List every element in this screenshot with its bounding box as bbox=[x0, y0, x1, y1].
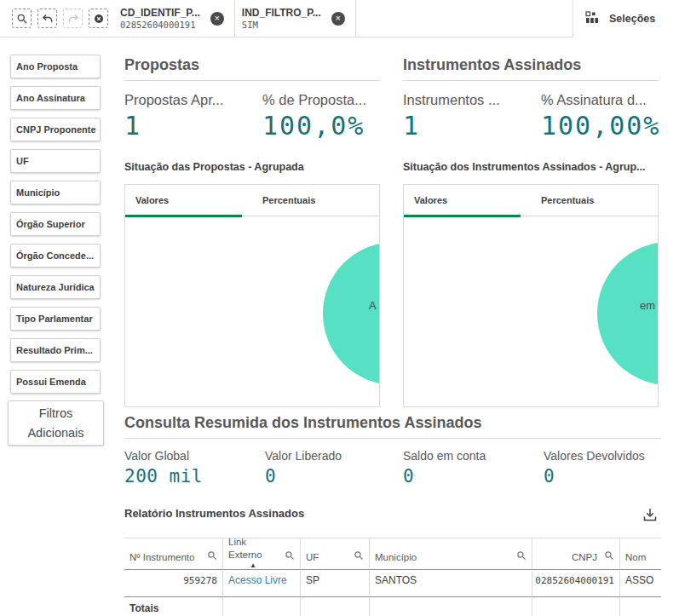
instrumentos-kpis: Instrumentos ... 1 % Assinatura d... 100… bbox=[403, 92, 659, 141]
cell-nome[interactable]: ASSO bbox=[620, 570, 661, 597]
propostas-chart-tabs: Valores Percentuais bbox=[125, 185, 379, 216]
column-header-cnpj[interactable]: CNPJ bbox=[532, 538, 620, 570]
filter-natureza-juridica[interactable]: Natureza Jurídica bbox=[10, 275, 101, 299]
kpi-value: 1 bbox=[403, 111, 541, 141]
filtros-adicionais-button[interactable]: Filtros Adicionais bbox=[8, 400, 104, 446]
kpi-pct-propostas: % de Proposta... 100,0% bbox=[262, 92, 380, 141]
tab-valores[interactable]: Valores bbox=[125, 185, 252, 216]
kpi-value: 100,0% bbox=[262, 111, 380, 141]
consulta-kpis: Valor Global 200 mil Valor Liberado 0 Sa… bbox=[124, 449, 661, 486]
column-header-nome[interactable]: Nom bbox=[620, 538, 661, 570]
search-icon[interactable] bbox=[604, 550, 614, 562]
selections-bar: CD_IDENTIF_P... 02852604000191 × IND_FIL… bbox=[0, 0, 573, 37]
column-header-municipio[interactable]: Município bbox=[370, 538, 532, 570]
propostas-pie-area: A bbox=[125, 217, 379, 406]
relatorio-header: Relatório Instrumentos Assinados bbox=[124, 507, 661, 525]
instrumentos-chart: Valores Percentuais em bbox=[403, 184, 659, 407]
cell-n-instrumento[interactable]: 959278 bbox=[124, 570, 223, 597]
chip-field-value: 02852604000191 bbox=[120, 20, 200, 30]
kpi-label: Instrumentos ... bbox=[403, 92, 541, 108]
filter-orgao-concedente[interactable]: Órgão Concede... bbox=[10, 244, 101, 268]
relatorio-section: Relatório Instrumentos Assinados Nº Inst… bbox=[124, 507, 661, 616]
filter-orgao-superior[interactable]: Órgão Superior bbox=[10, 212, 101, 236]
propostas-chart: Valores Percentuais A bbox=[124, 184, 380, 407]
kpi-label: Saldo em conta bbox=[403, 449, 544, 463]
propostas-kpis: Propostas Apr... 1 % de Proposta... 100,… bbox=[124, 92, 380, 141]
chip-field-name: CD_IDENTIF_P... bbox=[120, 7, 200, 19]
filter-resultado-primario[interactable]: Resultado Prim... bbox=[10, 338, 101, 362]
selections-search-icon[interactable] bbox=[12, 9, 32, 28]
propostas-title: Propostas bbox=[124, 56, 380, 81]
selections-toolbar bbox=[0, 9, 108, 28]
kpi-label: Valor Global bbox=[124, 449, 265, 463]
cell-uf[interactable]: SP bbox=[301, 570, 370, 597]
filter-ano-assinatura[interactable]: Ano Assinatura bbox=[10, 86, 101, 110]
column-header-uf[interactable]: UF bbox=[301, 538, 370, 570]
instrumentos-title: Instrumentos Assinados bbox=[403, 56, 659, 81]
totals-cell bbox=[301, 597, 370, 616]
propostas-pie-slice[interactable] bbox=[323, 242, 379, 385]
selections-label: Seleções bbox=[609, 13, 655, 25]
instrumentos-chart-tabs: Valores Percentuais bbox=[404, 185, 658, 216]
redo-selection-icon[interactable] bbox=[63, 9, 83, 28]
filter-tipo-parlamentar[interactable]: Tipo Parlamentar bbox=[10, 307, 101, 331]
kpi-pct-assinatura: % Assinatura d... 100,00% bbox=[541, 92, 659, 141]
totals-cell bbox=[532, 597, 620, 616]
filter-ano-proposta[interactable]: Ano Proposta bbox=[10, 55, 101, 78]
selections-tool-icon bbox=[585, 11, 599, 27]
filter-possui-emenda[interactable]: Possui Emenda bbox=[10, 370, 101, 394]
instrumentos-pie-slice[interactable] bbox=[597, 242, 658, 385]
column-header-link-externo[interactable]: Link Externo ▲ bbox=[223, 538, 301, 570]
search-icon[interactable] bbox=[285, 550, 295, 562]
selections-tool-button[interactable]: Seleções bbox=[573, 0, 679, 37]
kpi-value: 100,00% bbox=[541, 111, 659, 141]
relatorio-title: Relatório Instrumentos Assinados bbox=[124, 507, 304, 520]
kpi-value: 0 bbox=[544, 466, 661, 486]
filter-municipio[interactable]: Município bbox=[10, 181, 101, 204]
acesso-livre-link[interactable]: Acesso Livre bbox=[228, 574, 287, 586]
cell-cnpj[interactable]: 02852604000191 bbox=[532, 570, 620, 597]
kpi-value: 200 mil bbox=[124, 466, 265, 486]
selection-chip-ind-filtro[interactable]: IND_FILTRO_P... SIM × bbox=[235, 0, 356, 37]
qlik-dashboard: CD_IDENTIF_P... 02852604000191 × IND_FIL… bbox=[0, 0, 679, 616]
remove-selection-icon[interactable]: × bbox=[210, 12, 224, 26]
instrumentos-chart-title: Situação dos Instrumentos Assinados - Ag… bbox=[403, 161, 659, 173]
kpi-valor-liberado: Valor Liberado 0 bbox=[265, 449, 403, 486]
clear-selections-icon[interactable] bbox=[89, 9, 108, 28]
filter-sidebar: Ano Proposta Ano Assinatura CNPJ Propone… bbox=[10, 55, 101, 401]
sort-asc-icon: ▲ bbox=[250, 561, 256, 569]
search-icon[interactable] bbox=[207, 550, 217, 562]
kpi-label: % de Proposta... bbox=[262, 92, 380, 108]
remove-selection-icon[interactable]: × bbox=[331, 12, 345, 26]
search-icon[interactable] bbox=[354, 550, 364, 562]
totals-label: Totais bbox=[124, 597, 223, 616]
search-icon[interactable] bbox=[516, 550, 527, 562]
totals-cell bbox=[370, 597, 532, 616]
download-icon[interactable] bbox=[642, 507, 658, 525]
kpi-value: 0 bbox=[403, 466, 544, 486]
instrumentos-panel: Instrumentos Assinados Instrumentos ... … bbox=[403, 56, 659, 407]
undo-selection-icon[interactable] bbox=[37, 9, 57, 28]
filter-cnpj-proponente[interactable]: CNPJ Proponente bbox=[10, 118, 101, 141]
consulta-resumida-section: Consulta Resumida dos Instrumentos Assin… bbox=[124, 414, 661, 486]
cell-link-externo[interactable]: Acesso Livre bbox=[223, 570, 301, 597]
cell-municipio[interactable]: SANTOS bbox=[370, 570, 532, 597]
kpi-value: 1 bbox=[124, 111, 262, 141]
selection-chip-cd-identif[interactable]: CD_IDENTIF_P... 02852604000191 × bbox=[113, 0, 235, 37]
propostas-panel: Propostas Propostas Apr... 1 % de Propos… bbox=[124, 56, 380, 407]
kpi-instrumentos: Instrumentos ... 1 bbox=[403, 92, 541, 141]
instrumentos-pie-label: em bbox=[640, 299, 655, 312]
tab-valores[interactable]: Valores bbox=[404, 185, 531, 216]
column-header-n-instrumento[interactable]: Nº Instrumento bbox=[124, 538, 223, 570]
tab-percentuais[interactable]: Percentuais bbox=[531, 185, 658, 216]
tab-percentuais[interactable]: Percentuais bbox=[252, 185, 379, 216]
propostas-pie-label: A bbox=[369, 299, 377, 312]
kpi-label: % Assinatura d... bbox=[541, 92, 659, 108]
filter-uf[interactable]: UF bbox=[10, 149, 101, 173]
chip-field-value: SIM bbox=[242, 20, 321, 30]
totals-cell bbox=[223, 597, 301, 616]
relatorio-table: Nº Instrumento Link Externo ▲ UF Municí bbox=[124, 538, 661, 616]
selection-chips: CD_IDENTIF_P... 02852604000191 × IND_FIL… bbox=[113, 0, 356, 37]
totals-cell bbox=[620, 597, 661, 616]
consulta-title: Consulta Resumida dos Instrumentos Assin… bbox=[124, 414, 661, 439]
